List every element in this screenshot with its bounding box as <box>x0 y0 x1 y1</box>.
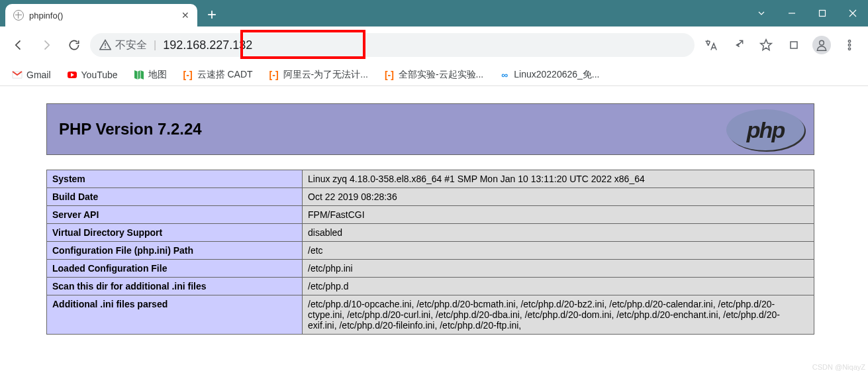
browser-tab[interactable]: phpinfo() ✕ <box>5 4 197 26</box>
bookmark-labs[interactable]: [-] 全部实验-云起实验... <box>384 69 483 81</box>
maps-icon <box>134 70 144 80</box>
window-titlebar: phpinfo() ✕ + <box>0 0 868 26</box>
svg-rect-0 <box>820 11 826 17</box>
php-logo: php <box>726 109 804 150</box>
table-row: Virtual Directory Supportdisabled <box>47 224 814 242</box>
page-content: PHP Version 7.2.24 php SystemLinux zyq 4… <box>0 86 868 335</box>
bookmarks-bar: Gmail YouTube 地图 [-] 云速搭 CADT [-] 阿里云-为了… <box>0 64 868 86</box>
svg-point-5 <box>848 48 850 50</box>
bookmark-linux[interactable]: ∞ Linux20220626_免... <box>499 69 599 81</box>
watermark: CSDN @NiqayZ <box>812 363 865 371</box>
youtube-icon <box>67 70 77 80</box>
toolbar-right <box>699 33 861 57</box>
config-value: /etc/php.d/10-opcache.ini, /etc/php.d/20… <box>303 295 814 335</box>
new-tab-button[interactable]: + <box>203 5 221 24</box>
config-key: Configuration File (php.ini) Path <box>47 242 303 260</box>
bookmark-label: Linux20220626_免... <box>514 69 599 81</box>
config-value: disabled <box>303 224 814 242</box>
close-icon[interactable]: ✕ <box>181 10 189 21</box>
security-warning[interactable]: 不安全 <box>99 38 147 52</box>
infinity-icon: ∞ <box>499 70 510 80</box>
config-value: /etc <box>303 242 814 260</box>
table-row: Loaded Configuration File/etc/php.ini <box>47 260 814 278</box>
separator: | <box>154 39 156 51</box>
minimize-button[interactable] <box>777 2 807 25</box>
config-value: FPM/FastCGI <box>303 206 814 224</box>
bracket-icon: [-] <box>269 70 279 80</box>
table-row: Additional .ini files parsed/etc/php.d/1… <box>47 295 814 335</box>
warning-icon <box>99 39 111 51</box>
svg-point-4 <box>848 44 850 46</box>
table-row: Scan this dir for additional .ini files/… <box>47 278 814 295</box>
config-key: Loaded Configuration File <box>47 260 303 278</box>
globe-icon <box>13 10 24 21</box>
config-key: Virtual Directory Support <box>47 224 303 242</box>
reload-button[interactable] <box>62 33 86 57</box>
toolbar: 不安全 | 192.168.227.132 <box>0 26 868 64</box>
table-row: Build DateOct 22 2019 08:28:36 <box>47 188 814 206</box>
translate-icon[interactable] <box>699 33 722 57</box>
star-icon[interactable] <box>754 33 778 57</box>
config-key: Server API <box>47 206 303 224</box>
php-version-heading: PHP Version 7.2.24 <box>59 120 202 138</box>
config-value: Oct 22 2019 08:28:36 <box>303 188 814 206</box>
phpinfo-table: SystemLinux zyq 4.18.0-358.el8.x86_64 #1… <box>46 170 814 335</box>
config-value: /etc/php.d <box>303 278 814 295</box>
table-row: SystemLinux zyq 4.18.0-358.el8.x86_64 #1… <box>47 170 814 188</box>
insecure-label: 不安全 <box>115 38 147 52</box>
close-button[interactable] <box>838 2 868 25</box>
extensions-icon[interactable] <box>782 33 806 57</box>
bookmark-label: 云速搭 CADT <box>197 69 253 81</box>
url-text: 192.168.227.132 <box>163 38 252 52</box>
tab-title: phpinfo() <box>29 11 176 21</box>
back-button[interactable] <box>7 33 30 57</box>
gmail-icon <box>12 70 23 80</box>
table-row: Server APIFPM/FastCGI <box>47 206 814 224</box>
avatar <box>812 36 831 54</box>
config-value: Linux zyq 4.18.0-358.el8.x86_64 #1 SMP M… <box>303 170 814 188</box>
bookmark-maps[interactable]: 地图 <box>134 69 167 81</box>
config-key: Scan this dir for additional .ini files <box>47 278 303 295</box>
address-bar[interactable]: 不安全 | 192.168.227.132 <box>90 33 695 57</box>
config-key: System <box>47 170 303 188</box>
window-controls <box>746 0 868 26</box>
bookmark-label: YouTube <box>81 70 118 80</box>
config-key: Additional .ini files parsed <box>47 295 303 335</box>
menu-icon[interactable] <box>838 33 861 57</box>
bookmark-label: 地图 <box>148 69 167 81</box>
bookmark-label: Gmail <box>26 70 51 80</box>
bookmark-aliyun[interactable]: [-] 阿里云-为了无法计... <box>269 69 368 81</box>
bracket-icon: [-] <box>183 70 193 80</box>
annotation-highlight <box>240 30 365 59</box>
table-row: Configuration File (php.ini) Path/etc <box>47 242 814 260</box>
profile-button[interactable] <box>810 33 834 57</box>
forward-button[interactable] <box>34 33 58 57</box>
bookmark-label: 阿里云-为了无法计... <box>283 69 368 81</box>
bookmark-cadt[interactable]: [-] 云速搭 CADT <box>183 69 253 81</box>
svg-point-2 <box>820 40 824 45</box>
bookmark-youtube[interactable]: YouTube <box>67 70 118 80</box>
chevron-down-icon[interactable] <box>746 2 777 25</box>
svg-rect-1 <box>791 42 797 48</box>
config-key: Build Date <box>47 188 303 206</box>
bookmark-label: 全部实验-云起实验... <box>399 69 483 81</box>
bracket-icon: [-] <box>384 70 395 80</box>
svg-point-3 <box>848 40 850 42</box>
bookmark-gmail[interactable]: Gmail <box>12 70 51 80</box>
share-icon[interactable] <box>726 33 750 57</box>
config-value: /etc/php.ini <box>303 260 814 278</box>
php-version-banner: PHP Version 7.2.24 php <box>46 103 814 155</box>
maximize-button[interactable] <box>807 2 838 25</box>
tab-strip: phpinfo() ✕ + <box>0 0 221 26</box>
